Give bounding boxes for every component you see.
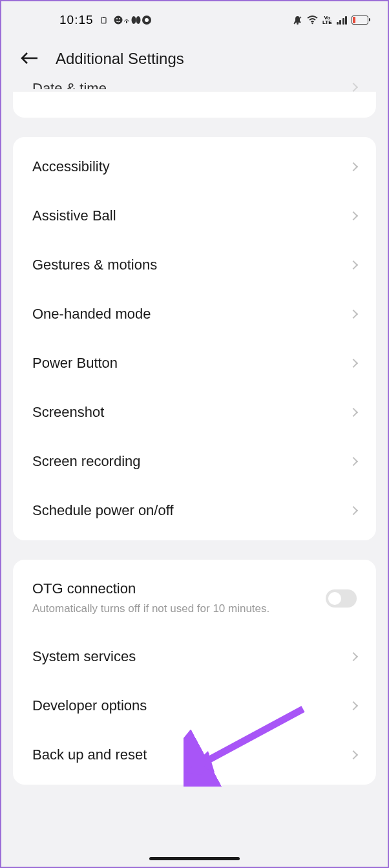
row-title: Developer options xyxy=(32,697,147,714)
wifi-icon xyxy=(307,16,318,25)
row-title: One-handed mode xyxy=(32,306,151,323)
chevron-right-icon xyxy=(349,162,358,171)
row-back-up-reset[interactable]: Back up and reset xyxy=(13,730,376,779)
otg-toggle[interactable] xyxy=(326,589,357,608)
signal-icon xyxy=(337,16,348,25)
header: Additional Settings xyxy=(1,34,388,84)
row-title: Gestures & motions xyxy=(32,257,157,273)
row-gestures-motions[interactable]: Gestures & motions xyxy=(13,240,376,290)
row-title: Power Button xyxy=(32,355,118,372)
svg-rect-0 xyxy=(101,17,106,23)
svg-point-9 xyxy=(145,18,149,22)
row-title: System services xyxy=(32,648,136,665)
svg-rect-1 xyxy=(103,17,105,18)
row-schedule-power[interactable]: Schedule power on/off xyxy=(13,486,376,535)
circle-icons xyxy=(114,15,154,25)
row-title: Screen recording xyxy=(32,453,141,470)
row-accessibility[interactable]: Accessibility xyxy=(13,142,376,191)
chevron-right-icon xyxy=(349,701,358,710)
svg-point-12 xyxy=(311,23,313,24)
chevron-right-icon xyxy=(349,506,358,515)
row-title: Back up and reset xyxy=(32,746,147,763)
row-system-services[interactable]: System services xyxy=(13,632,376,681)
chevron-right-icon xyxy=(349,359,358,368)
svg-point-2 xyxy=(114,16,122,25)
chevron-right-icon xyxy=(349,750,358,759)
row-title: Screenshot xyxy=(32,404,104,421)
home-indicator[interactable] xyxy=(149,857,240,860)
page-title: Additional Settings xyxy=(56,50,184,68)
battery-icon xyxy=(352,16,368,25)
charging-icon xyxy=(100,17,107,24)
status-time: 10:15 xyxy=(59,13,94,27)
row-power-button[interactable]: Power Button xyxy=(13,339,376,388)
section-accessibility: Accessibility Assistive Ball Gestures & … xyxy=(13,137,376,540)
chevron-right-icon xyxy=(349,457,358,466)
svg-point-7 xyxy=(136,16,140,24)
row-title: OTG connection xyxy=(32,580,326,597)
svg-rect-5 xyxy=(126,21,127,23)
chevron-right-icon xyxy=(349,652,358,661)
row-one-handed-mode[interactable]: One-handed mode xyxy=(13,290,376,339)
status-bar: 10:15 VoLTE xyxy=(1,1,388,34)
row-title: Accessibility xyxy=(32,158,110,175)
row-screenshot[interactable]: Screenshot xyxy=(13,388,376,437)
row-title: Assistive Ball xyxy=(32,207,116,224)
row-assistive-ball[interactable]: Assistive Ball xyxy=(13,191,376,240)
svg-point-6 xyxy=(131,16,136,24)
svg-point-3 xyxy=(116,18,118,19)
row-subtitle: Automatically turns off if not used for … xyxy=(32,601,291,617)
mute-icon xyxy=(293,16,302,25)
row-title: Schedule power on/off xyxy=(32,502,174,519)
row-date-time: Date & time xyxy=(13,80,126,89)
back-icon[interactable] xyxy=(21,48,39,69)
svg-point-4 xyxy=(119,18,120,19)
section-partial[interactable]: Date & time xyxy=(13,92,376,118)
row-developer-options[interactable]: Developer options xyxy=(13,681,376,730)
chevron-right-icon xyxy=(349,260,358,270)
section-system: OTG connection Automatically turns off i… xyxy=(13,560,376,785)
volte-icon: VoLTE xyxy=(322,16,332,25)
chevron-right-icon xyxy=(349,211,358,220)
svg-point-10 xyxy=(297,23,299,25)
chevron-right-icon xyxy=(349,83,358,92)
chevron-right-icon xyxy=(349,408,358,417)
chevron-right-icon xyxy=(349,310,358,319)
row-otg-connection[interactable]: OTG connection Automatically turns off i… xyxy=(13,565,376,632)
row-screen-recording[interactable]: Screen recording xyxy=(13,437,376,486)
